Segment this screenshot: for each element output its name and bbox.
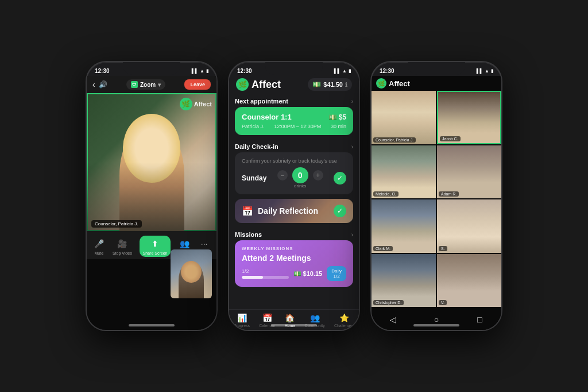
info-icon[interactable]: ℹ — [345, 82, 347, 88]
phone-3: 12:30 ▌▌ ▲ ▮ 🌿 Affect Counselor, Patri — [370, 61, 502, 331]
person-label-4: Adam R. — [439, 191, 459, 197]
volume-icon[interactable]: 🔊 — [99, 80, 107, 89]
leave-button[interactable]: Leave — [184, 79, 211, 90]
appointment-arrow[interactable]: › — [351, 98, 353, 105]
missions-fraction: 1/2 — [242, 268, 289, 274]
person-video-3 — [372, 145, 436, 199]
daily-fraction: 1/2 — [331, 274, 342, 279]
phone-2: 12:30 ▌▌ ▲ ▮ 🌿 Affect 💵 $41.50 ℹ — [228, 61, 360, 331]
missions-daily[interactable]: Daily 1/2 — [327, 266, 346, 281]
affect-logo-icon-3: 🌿 — [376, 78, 386, 89]
phone-2-status-icons: ▌▌ ▲ ▮ — [334, 68, 351, 74]
appointment-duration: 30 min — [331, 124, 346, 129]
person-label-2: Jacob C. — [440, 136, 461, 141]
person-label-6: S. — [439, 246, 447, 251]
phone-3-home-bar — [413, 324, 459, 326]
battery-icon-2: ▮ — [349, 68, 351, 74]
appointment-person: Patricia J. — [242, 124, 265, 129]
self-video — [171, 249, 212, 298]
zoom-meeting-title[interactable]: 🛡 Zoom ▾ — [126, 79, 165, 90]
appointment-section-title: Next appointment — [235, 98, 288, 105]
missions-title: Attend 2 Meetings — [242, 253, 346, 263]
phone-1: 12:30 ▌▌ ▲ ▮ ‹ 🔊 🛡 Zoom ▾ Leave — [86, 61, 218, 331]
wifi-icon: ▲ — [200, 68, 204, 74]
phone-3-nav: ◁ ○ □ — [372, 307, 501, 330]
nav-recents-3[interactable]: □ — [470, 312, 489, 328]
checkin-counter-area: − 0 + drinks — [277, 167, 323, 189]
affect-header-name-3: Affect — [389, 79, 410, 88]
video-overlay — [87, 93, 216, 231]
appointment-section-header: Next appointment › — [235, 94, 353, 107]
affect-bottom-nav: 📊 Progress 📅 Calendar 🏠 Home 👥 Community… — [229, 309, 359, 330]
missions-card[interactable]: WEEKLY MISSIONS Attend 2 Meetings 1/2 💵 … — [235, 240, 353, 287]
people-icon: 👥 — [178, 237, 191, 250]
appointment-bottom: Patricia J. 12:00PM – 12:30PM 30 min — [242, 124, 346, 129]
appointment-type: Counselor 1:1 — [242, 113, 292, 121]
phone-1-content: ‹ 🔊 🛡 Zoom ▾ Leave 🌿 Affect — [87, 76, 216, 330]
increment-button[interactable]: + — [313, 170, 323, 180]
checkin-prompt: Confirm your sobriety or track today's u… — [242, 158, 346, 164]
appt-price-value: $5 — [339, 113, 346, 121]
missions-arrow[interactable]: › — [351, 232, 353, 238]
decrement-button[interactable]: − — [277, 170, 288, 180]
reflection-card[interactable]: 📅 Daily Reflection ✓ — [235, 199, 353, 223]
community-icon: 👥 — [310, 313, 320, 322]
appt-money-icon: 💵 — [328, 113, 337, 121]
zoom-label: Zoom — [140, 82, 156, 88]
nav-challenges[interactable]: ⭐ Challenges — [334, 313, 354, 328]
stop-video-button[interactable]: 🎥 Stop Video — [113, 237, 132, 255]
checkin-arrow[interactable]: › — [351, 144, 353, 150]
person-video-4 — [437, 145, 501, 199]
grid-cell-6: S. — [437, 199, 501, 253]
phone-3-status-icons: ▌▌ ▲ ▮ — [477, 68, 493, 74]
grid-cell-4: Adam R. — [437, 145, 501, 199]
person-label-5: Clark M. — [373, 246, 393, 251]
reflection-content: 📅 Daily Reflection ✓ — [242, 205, 346, 217]
self-person — [171, 249, 212, 298]
back-button[interactable]: ‹ — [92, 80, 95, 89]
mic-icon: 🎤 — [92, 237, 105, 250]
calendar-icon: 📅 — [242, 206, 253, 217]
phone-3-notch — [408, 62, 465, 75]
wifi-icon-3: ▲ — [485, 68, 489, 74]
person-video-7 — [372, 254, 436, 308]
phone-2-notch — [265, 62, 323, 75]
phone-2-home-bar — [271, 324, 317, 326]
phone-1-home-bar — [129, 324, 175, 326]
grid-cell-1: Counselor, Patricia J. — [372, 91, 436, 144]
person-video-1 — [372, 91, 436, 144]
affect-logo-text: Affect — [194, 101, 212, 107]
signal-icon-2: ▌▌ — [334, 68, 341, 74]
missions-section-header: Missions › — [235, 228, 353, 240]
affect-scroll-area[interactable]: Next appointment › Counselor 1:1 💵 $5 Pa… — [229, 94, 359, 309]
video-grid-header: 🌿 Affect — [372, 76, 501, 91]
checkin-complete-icon: ✓ — [334, 172, 346, 185]
phone-3-content: 🌿 Affect Counselor, Patricia J. Jacob C. — [372, 76, 501, 330]
appointment-card[interactable]: Counselor 1:1 💵 $5 Patricia J. 12:00PM –… — [235, 107, 353, 135]
nav-back-3[interactable]: ◁ — [384, 312, 403, 328]
phone-3-time: 12:30 — [380, 68, 394, 74]
video-affect-header-logo: 🌿 Affect — [376, 78, 410, 89]
reflection-title: Daily Reflection — [258, 206, 318, 216]
shield-icon: 🛡 — [131, 81, 138, 88]
checkin-section-header: Daily Check-in › — [235, 140, 353, 152]
phone-2-content: 🌿 Affect 💵 $41.50 ℹ Next appointment › — [229, 76, 359, 330]
mute-button[interactable]: 🎤 Mute — [92, 237, 105, 255]
home-icon: 🏠 — [285, 313, 295, 322]
calendar-nav-icon: 📅 — [262, 313, 272, 322]
share-screen-button[interactable]: ⬆ Share Screen — [140, 236, 171, 257]
appointment-top: Counselor 1:1 💵 $5 — [242, 113, 346, 121]
signal-icon: ▌▌ — [192, 68, 198, 74]
challenges-icon: ⭐ — [339, 313, 349, 322]
nav-progress-label: Progress — [234, 324, 250, 328]
affect-app-name: Affect — [252, 79, 281, 91]
person-video-6 — [437, 199, 501, 253]
daily-label: Daily — [331, 268, 342, 274]
person-label-7: Christopher D. — [373, 300, 404, 305]
nav-progress[interactable]: 📊 Progress — [234, 313, 250, 328]
missions-bottom: 1/2 💵 $10.15 Daily 1/2 — [242, 266, 346, 281]
phone-1-time: 12:30 — [95, 68, 110, 74]
reward-icon: 💵 — [293, 270, 301, 278]
affect-logo-icon: 🌿 — [180, 98, 192, 110]
grid-cell-7: Christopher D. — [372, 254, 436, 308]
